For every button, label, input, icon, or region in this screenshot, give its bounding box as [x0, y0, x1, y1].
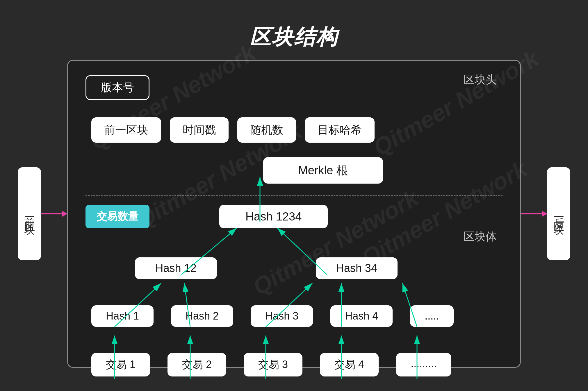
block-body: 交易数量 Hash 1234 — [85, 205, 503, 376]
tx-level: 交易 1 交易 2 交易 3 交易 4 ......... — [91, 353, 503, 376]
hash-3-box: Hash 3 — [251, 305, 313, 327]
body-row1: 交易数量 Hash 1234 — [85, 205, 503, 228]
tx-dots-box: ......... — [396, 353, 451, 376]
nonce-info: 随机数 — [237, 117, 296, 143]
main-area: 前一区块 Qitmeer Network Qitmeer Network Qit… — [18, 60, 570, 368]
hash-level3: Hash 1 Hash 2 Hash 3 Hash 4 ..... — [91, 305, 503, 327]
hash-4-box: Hash 4 — [330, 305, 393, 327]
tx-4-box: 交易 4 — [320, 353, 379, 376]
hash-level2: Hash 12 Hash 34 — [135, 257, 503, 279]
page-title: 区块结构 — [250, 23, 338, 51]
tx-2-box: 交易 2 — [168, 353, 226, 376]
hash-2-box: Hash 2 — [171, 305, 233, 327]
tree-arrows — [85, 205, 503, 376]
version-box: 版本号 — [85, 75, 149, 100]
watermark-4: Qitmeer Network — [369, 45, 543, 161]
next-block: 后一区块 — [547, 167, 570, 260]
tx-count-box: 交易数量 — [85, 205, 149, 228]
page-wrapper: 区块结构 前一区块 Qitmeer Network Qitmeer Networ… — [0, 0, 588, 391]
dashed-divider — [85, 195, 503, 196]
hash-dots-box: ..... — [410, 305, 454, 327]
merkle-root-box: Merkle 根 — [263, 157, 383, 184]
header-info-row: 前一区块 时间戳 随机数 目标哈希 — [91, 117, 503, 143]
tx-1-box: 交易 1 — [91, 353, 150, 376]
main-block: Qitmeer Network Qitmeer Network Qitmeer … — [67, 60, 521, 368]
hash-1-box: Hash 1 — [91, 305, 154, 327]
prev-block-info: 前一区块 — [91, 117, 161, 143]
block-header-label: 区块头 — [464, 72, 497, 87]
hash-34-box: Hash 34 — [316, 257, 398, 279]
prev-block: 前一区块 — [18, 167, 41, 260]
hash-12-box: Hash 12 — [135, 257, 217, 279]
timestamp-info: 时间戳 — [170, 117, 229, 143]
target-hash-info: 目标哈希 — [305, 117, 375, 143]
tx-3-box: 交易 3 — [244, 353, 302, 376]
hash-1234-box: Hash 1234 — [219, 205, 328, 228]
